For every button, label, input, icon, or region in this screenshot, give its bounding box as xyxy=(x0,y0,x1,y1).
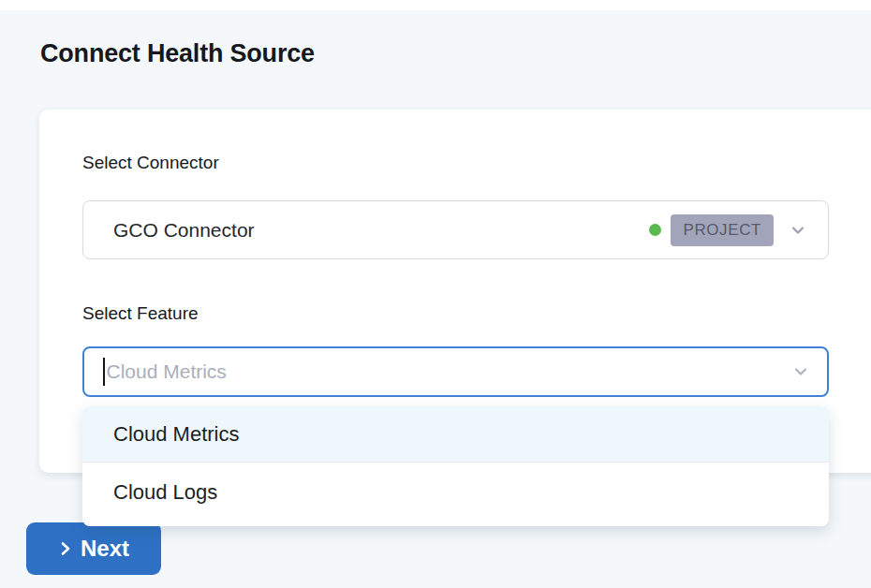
connector-field-label: Select Connector xyxy=(82,153,219,173)
text-caret xyxy=(103,358,105,386)
status-dot-icon xyxy=(649,224,661,236)
next-button-label: Next xyxy=(81,536,129,562)
menu-item-cloud-logs[interactable]: Cloud Logs xyxy=(82,463,829,522)
connector-selected-value: GCO Connector xyxy=(113,219,255,242)
page-title: Connect Health Source xyxy=(40,39,315,68)
chevron-down-icon[interactable] xyxy=(791,362,810,381)
connector-select[interactable]: GCO Connector PROJECT xyxy=(82,200,829,259)
feature-field-label: Select Feature xyxy=(82,303,199,324)
connector-select-meta: PROJECT xyxy=(649,214,807,246)
next-button[interactable]: Next xyxy=(26,522,161,575)
chevron-right-icon xyxy=(58,540,73,557)
feature-dropdown-menu: Cloud Metrics Cloud Logs xyxy=(82,406,829,526)
feature-input-placeholder: Cloud Metrics xyxy=(107,360,792,383)
connect-health-source-page: Connect Health Source Select Connector G… xyxy=(0,0,871,588)
scope-badge: PROJECT xyxy=(671,214,774,246)
menu-item-cloud-metrics[interactable]: Cloud Metrics xyxy=(82,406,829,463)
feature-select-input[interactable]: Cloud Metrics xyxy=(82,346,829,397)
top-strip xyxy=(0,0,871,10)
chevron-down-icon xyxy=(789,221,807,240)
